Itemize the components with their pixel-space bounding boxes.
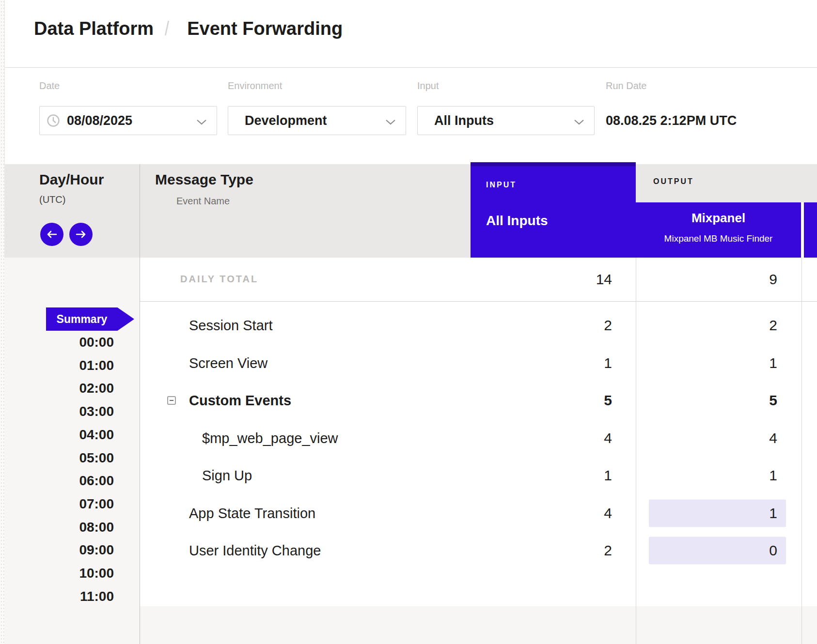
environment-dropdown[interactable]: Development <box>228 106 406 135</box>
chevron-down-icon <box>574 113 584 128</box>
date-filter-label: Date <box>39 80 60 92</box>
input-column-accent-strip <box>471 162 636 166</box>
run-date-value: 08.08.25 2:12PM UTC <box>606 113 737 128</box>
event-forwarding-page: Data Platform / Event Forwarding Date En… <box>0 0 817 644</box>
hour-row-1000[interactable]: 10:00 <box>4 567 114 580</box>
table-row: User Identity Change20 <box>140 532 817 569</box>
hour-row-1100[interactable]: 11:00 <box>4 590 114 603</box>
chevron-down-icon <box>385 113 396 128</box>
date-value: 08/08/2025 <box>67 113 132 128</box>
breadcrumb-section[interactable]: Data Platform <box>34 18 154 39</box>
row-output-value: 1 <box>769 467 777 484</box>
message-type-title: Message Type <box>155 171 253 188</box>
row-input-value: 1 <box>604 467 612 484</box>
breadcrumb-page[interactable]: Event Forwarding <box>187 18 343 39</box>
input-header-value: All Inputs <box>486 213 548 229</box>
arrow-left-icon <box>46 230 58 239</box>
arrow-right-icon <box>75 230 87 239</box>
table-row: Custom Events55 <box>140 382 817 419</box>
row-input-value: 5 <box>604 392 612 409</box>
row-output-value: 0 <box>769 542 777 559</box>
row-input-value: 1 <box>604 355 612 371</box>
output-header-label: OUTPUT <box>653 177 694 186</box>
environment-filter-label: Environment <box>228 80 282 92</box>
hour-row-0600[interactable]: 06:00 <box>4 474 114 488</box>
row-input-value: 4 <box>604 505 612 521</box>
daily-total-row: DAILY TOTAL 14 9 <box>140 258 817 302</box>
row-output-value: 1 <box>769 505 777 521</box>
event-name-subtitle: Event Name <box>176 196 230 207</box>
row-label: Screen View <box>189 355 267 371</box>
collapse-minus-icon[interactable] <box>167 396 176 405</box>
output-column-header-mixpanel[interactable]: Mixpanel Mixpanel MB Music Finder <box>636 202 801 258</box>
table-footer-band <box>4 606 817 644</box>
next-day-button[interactable] <box>69 223 93 246</box>
table-row: Sign Up11 <box>140 457 817 494</box>
hour-row-0400[interactable]: 04:00 <box>4 428 114 442</box>
day-hour-subtitle: (UTC) <box>39 194 65 205</box>
output-cell-highlight <box>649 499 786 527</box>
row-output-value: 1 <box>769 355 777 371</box>
hour-row-0000[interactable]: 00:00 <box>4 336 114 349</box>
day-hour-title: Day/Hour <box>39 171 104 188</box>
chevron-down-icon <box>196 113 207 128</box>
input-column-header[interactable]: INPUT All Inputs <box>471 162 636 258</box>
row-output-value: 4 <box>769 430 777 446</box>
output-cell-highlight <box>649 537 786 565</box>
row-output-value: 2 <box>769 317 777 334</box>
hour-row-0500[interactable]: 05:00 <box>4 451 114 465</box>
daily-total-output-value: 9 <box>769 271 777 288</box>
row-label: Custom Events <box>189 393 291 409</box>
previous-day-button[interactable] <box>40 223 63 246</box>
summary-row-tag[interactable]: Summary <box>46 307 134 331</box>
table-row: Session Start22 <box>140 307 817 344</box>
row-label: $mp_web_page_view <box>202 430 338 446</box>
input-header-label: INPUT <box>486 181 517 189</box>
table-row: Screen View11 <box>140 344 817 382</box>
clock-icon <box>47 114 60 127</box>
date-dropdown[interactable]: 08/08/2025 <box>39 106 217 135</box>
output-column-header-next[interactable] <box>804 202 817 258</box>
row-input-value: 2 <box>604 542 612 559</box>
environment-value: Development <box>245 113 327 128</box>
table-row: App State Transition41 <box>140 494 817 532</box>
output-column-divider <box>801 258 802 644</box>
day-hour-sidebar: Summary 00:0001:0002:0003:0004:0005:0006… <box>4 258 140 644</box>
run-date-label: Run Date <box>606 80 647 92</box>
breadcrumb-separator: / <box>165 18 169 40</box>
hour-row-0800[interactable]: 08:00 <box>4 521 114 534</box>
row-label: User Identity Change <box>189 543 321 559</box>
output-subtitle: Mixpanel MB Music Finder <box>636 233 801 244</box>
input-dropdown[interactable]: All Inputs <box>417 106 595 135</box>
breadcrumb: Data Platform / Event Forwarding <box>34 18 343 40</box>
row-label: Sign Up <box>202 468 252 484</box>
daily-total-input-value: 14 <box>596 271 612 288</box>
sidebar-divider <box>140 164 140 644</box>
row-label: App State Transition <box>189 505 315 521</box>
output-name: Mixpanel <box>636 211 801 226</box>
hour-row-0900[interactable]: 09:00 <box>4 543 114 557</box>
table-row: $mp_web_page_view44 <box>140 419 817 457</box>
hour-row-0300[interactable]: 03:00 <box>4 405 114 418</box>
row-input-value: 4 <box>604 430 612 446</box>
input-column-divider <box>636 258 636 644</box>
hour-row-0100[interactable]: 01:00 <box>4 359 114 372</box>
hour-row-0200[interactable]: 02:00 <box>4 382 114 395</box>
row-input-value: 2 <box>604 317 612 334</box>
daily-total-label: DAILY TOTAL <box>180 274 258 285</box>
input-filter-label: Input <box>417 80 439 92</box>
row-label: Session Start <box>189 318 272 334</box>
row-output-value: 5 <box>769 392 777 409</box>
hour-row-0700[interactable]: 07:00 <box>4 497 114 511</box>
input-value: All Inputs <box>434 113 494 128</box>
